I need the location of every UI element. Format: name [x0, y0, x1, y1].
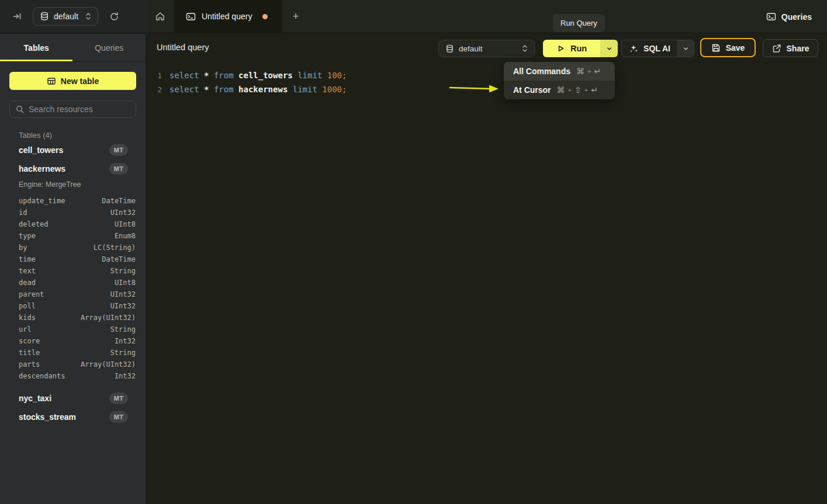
- editor-database-selector[interactable]: default: [438, 40, 535, 57]
- plus-separator: +: [568, 86, 572, 93]
- shortcut-key: ⌘: [557, 85, 565, 95]
- queries-button-label: Queries: [781, 12, 812, 22]
- column-row: pollUInt32: [0, 300, 146, 312]
- sql-console-window: default Untitled query: [0, 0, 827, 504]
- table-columns-list: update_timeDateTimeidUInt32deletedUInt8t…: [0, 195, 146, 382]
- sql-ai-label: SQL AI: [643, 44, 670, 53]
- sql-editor[interactable]: 1select * from cell_towers limit 100;2se…: [147, 62, 827, 504]
- code-line: 1select * from cell_towers limit 100;: [147, 68, 827, 82]
- sidebar-tab-queries[interactable]: Queries: [73, 34, 146, 61]
- column-type: Int32: [115, 372, 136, 380]
- database-icon: [40, 12, 49, 21]
- unsaved-changes-dot: [262, 14, 268, 19]
- column-type: String: [110, 349, 136, 357]
- save-button[interactable]: Save: [700, 38, 756, 57]
- tables-list: cell_towersMThackernewsMTEngine: MergeTr…: [0, 141, 146, 426]
- table-row-nyc_taxi[interactable]: nyc_taxiMT: [0, 389, 146, 408]
- column-name: kids: [19, 314, 36, 322]
- table-name: stocks_stream: [19, 412, 76, 422]
- table-engine-badge: MT: [109, 144, 128, 156]
- queries-button[interactable]: Queries: [766, 0, 812, 33]
- column-type: UInt32: [110, 302, 136, 310]
- column-type: Array(UInt32): [81, 360, 136, 369]
- code-token: select: [169, 71, 204, 80]
- column-type: UInt32: [110, 208, 136, 217]
- code-token: cell_towers: [238, 71, 297, 80]
- column-name: parts: [19, 360, 40, 369]
- run-menu-item-all-commands[interactable]: All Commands⌘+↵: [504, 62, 615, 81]
- column-name: poll: [19, 302, 36, 310]
- home-icon: [155, 11, 165, 22]
- search-icon: [16, 105, 24, 113]
- shortcut-key: ⇧: [575, 85, 582, 95]
- column-row: deadUInt8: [0, 277, 146, 289]
- new-tab-button[interactable]: +: [282, 0, 310, 33]
- code-token: hackernews: [238, 85, 293, 94]
- column-row: byLC(String): [0, 242, 146, 253]
- active-tab-underline: [0, 60, 72, 61]
- chevron-down-icon: [606, 46, 613, 52]
- column-row: textString: [0, 265, 146, 277]
- table-row-hackernews[interactable]: hackernewsMT: [0, 159, 146, 178]
- menu-item-shortcut: ⌘+↵: [576, 67, 601, 76]
- home-tab[interactable]: [146, 0, 174, 33]
- column-type: DateTime: [102, 197, 136, 205]
- tables-section-title: Tables (4): [19, 131, 146, 140]
- table-engine-badge: MT: [109, 392, 128, 404]
- column-row: partsArray(UInt32): [0, 359, 146, 370]
- table-engine-badge: MT: [109, 163, 128, 175]
- column-row: descendantsInt32: [0, 370, 146, 382]
- column-type: Array(UInt32): [81, 314, 136, 322]
- share-button-label: Share: [787, 44, 809, 53]
- code-text: select * from hackernews limit 1000;: [169, 85, 347, 94]
- code-token: select: [169, 85, 204, 94]
- table-engine-badge: MT: [109, 411, 128, 423]
- column-name: descendants: [19, 372, 65, 380]
- search-input[interactable]: [29, 105, 134, 114]
- line-number: 2: [147, 85, 162, 94]
- code-token: limit: [297, 71, 327, 80]
- run-menu-item-at-cursor[interactable]: At Cursor⌘+⇧+↵: [504, 81, 615, 99]
- share-button[interactable]: Share: [763, 39, 818, 57]
- sidebar: Tables Queries New table Tables (4) cell…: [0, 34, 146, 504]
- column-row: deletedUInt8: [0, 218, 146, 230]
- code-token: *: [204, 85, 214, 94]
- menu-item-shortcut: ⌘+⇧+↵: [557, 85, 598, 95]
- terminal-icon: [186, 12, 196, 22]
- sql-ai-options-button[interactable]: [677, 40, 694, 57]
- chevron-down-icon: [683, 46, 689, 52]
- column-type: LC(String): [94, 244, 136, 252]
- column-row: timeDateTime: [0, 253, 146, 265]
- chevron-up-down-icon: [85, 12, 92, 20]
- plus-separator: +: [584, 86, 588, 93]
- table-grid-icon: [47, 77, 56, 86]
- code-token: from: [214, 71, 238, 80]
- sql-ai-button[interactable]: SQL AI: [622, 40, 677, 57]
- code-line: 2select * from hackernews limit 1000;: [147, 82, 827, 96]
- column-type: Enum8: [115, 232, 136, 240]
- column-name: update_time: [19, 197, 65, 205]
- table-row-cell_towers[interactable]: cell_towersMT: [0, 141, 146, 159]
- sidebar-tab-tables[interactable]: Tables: [0, 34, 73, 61]
- run-button[interactable]: Run: [543, 40, 600, 57]
- refresh-icon: [109, 12, 119, 22]
- run-button-label: Run: [570, 44, 587, 53]
- table-row-stocks_stream[interactable]: stocks_streamMT: [0, 408, 146, 426]
- run-options-button[interactable]: [600, 40, 618, 57]
- editor-database-value: default: [459, 44, 483, 53]
- database-icon: [446, 44, 454, 53]
- database-selector[interactable]: default: [33, 7, 98, 26]
- tab-untitled-query[interactable]: Untitled query: [174, 0, 282, 33]
- terminal-icon: [766, 12, 776, 22]
- column-type: String: [110, 267, 136, 275]
- column-row: parentUInt32: [0, 289, 146, 300]
- column-name: text: [19, 267, 36, 275]
- column-row: titleString: [0, 347, 146, 359]
- new-table-button[interactable]: New table: [9, 72, 136, 90]
- save-button-label: Save: [726, 43, 745, 53]
- refresh-button[interactable]: [106, 9, 122, 24]
- column-type: DateTime: [102, 255, 136, 263]
- sidebar-collapse-button[interactable]: [9, 9, 25, 24]
- column-name: by: [19, 244, 27, 252]
- code-token: 1000;: [322, 85, 347, 94]
